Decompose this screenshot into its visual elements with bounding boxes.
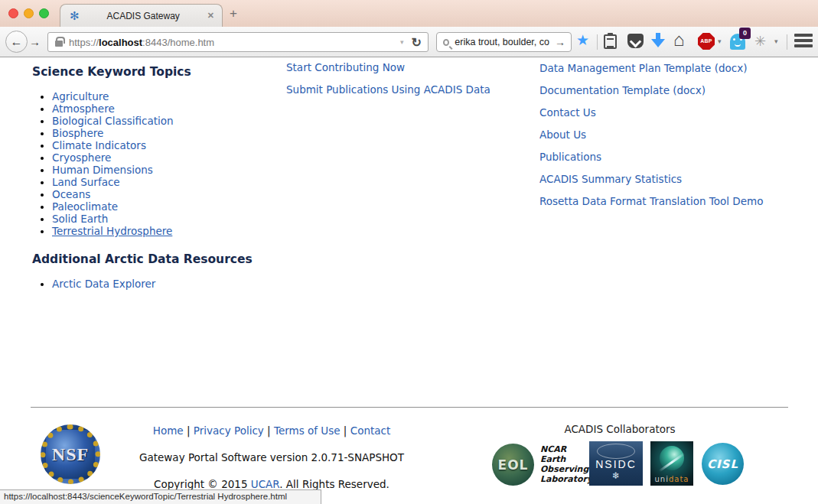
search-input[interactable]: erika trout, boulder, co →: [436, 32, 572, 52]
list-item: Oceans: [52, 188, 277, 200]
footer-nav: Home | Privacy Policy | Terms of Use | C…: [122, 425, 421, 436]
footer-pipe: |: [267, 424, 271, 437]
science-topics-heading: Science Keyword Topics: [32, 65, 277, 79]
list-item: Biosphere: [52, 127, 277, 139]
footer-link-terms-of-use[interactable]: Terms of Use: [274, 424, 341, 437]
link-oceans[interactable]: Oceans: [52, 188, 90, 200]
link-data-management-plan-template[interactable]: Data Management Plan Template (docx): [539, 62, 747, 74]
collaborators-section: ACADIS Collaborators EOL NCAR Earth Obse…: [482, 423, 758, 489]
new-tab-button[interactable]: +: [230, 6, 237, 21]
status-bar-link-preview: https://localhost:8443/scienceKeywordTop…: [0, 489, 321, 504]
close-window-button[interactable]: [8, 8, 18, 18]
bookmark-star-icon[interactable]: ★: [576, 31, 589, 49]
list-item: Atmosphere: [52, 102, 277, 115]
forward-button[interactable]: →: [29, 35, 41, 48]
toolbar-divider: [787, 34, 787, 50]
footer-link-ucar[interactable]: UCAR: [251, 478, 279, 490]
link-climate-indicators[interactable]: Climate Indicators: [52, 139, 146, 151]
search-icon: [443, 39, 449, 46]
link-start-contributing[interactable]: Start Contributing Now: [286, 61, 405, 73]
footer-link-contact[interactable]: Contact: [350, 424, 391, 437]
footer-copyright: Copyright © 2015 UCAR. All Rights Reserv…: [122, 479, 421, 489]
link-human-dimensions[interactable]: Human Dimensions: [52, 164, 153, 176]
adblock-plus-icon[interactable]: ABP: [698, 33, 715, 50]
link-land-surface[interactable]: Land Surface: [52, 176, 120, 188]
list-item: Human Dimensions: [52, 164, 277, 176]
link-submit-publications[interactable]: Submit Publications Using ACADIS Data: [286, 83, 490, 96]
toolbar-divider: [597, 34, 598, 50]
list-item: Cryosphere: [52, 151, 277, 164]
link-arctic-data-explorer[interactable]: Arctic Data Explorer: [52, 278, 155, 290]
url-text: https://localhost:8443/home.htm: [69, 37, 214, 48]
adblock-caret-icon[interactable]: ▾: [718, 37, 722, 45]
additional-resources-list: Arctic Data Explorer: [32, 278, 277, 290]
science-topics-list: Agriculture Atmosphere Biological Classi…: [32, 90, 277, 237]
footer-pipe: |: [187, 424, 191, 437]
addon-caret-icon[interactable]: ▾: [774, 37, 778, 45]
tab-acadis-gateway[interactable]: ✻ ACADIS Gateway ✕: [60, 4, 223, 27]
link-solid-earth[interactable]: Solid Earth: [52, 213, 108, 225]
url-history-dropdown-icon[interactable]: ▾: [400, 38, 404, 46]
eol-logo[interactable]: EOL: [492, 444, 534, 486]
url-host: localhost: [99, 37, 142, 48]
link-acadis-summary-statistics[interactable]: ACADIS Summary Statistics: [539, 173, 682, 185]
link-biosphere[interactable]: Biosphere: [52, 127, 103, 139]
back-button[interactable]: ←: [5, 31, 28, 53]
link-paleoclimate[interactable]: Paleoclimate: [52, 200, 118, 213]
snowflake-favicon-icon: ✻: [70, 9, 80, 23]
footer-version: Gateway Portal Software version 2.0.71-S…: [122, 452, 421, 463]
ghostery-badge: 0: [739, 28, 751, 39]
list-item: Land Surface: [52, 176, 277, 188]
navigation-toolbar: ← → https://localhost:8443/home.htm ▾ ↻ …: [0, 27, 818, 57]
search-go-button[interactable]: →: [555, 36, 565, 48]
titlebar: ✻ ACADIS Gateway ✕ +: [0, 0, 818, 27]
forward-arrow-icon: →: [29, 35, 41, 48]
nsidc-logo[interactable]: NSIDC ❄: [589, 441, 643, 486]
link-contact-us[interactable]: Contact Us: [539, 106, 596, 119]
link-publications[interactable]: Publications: [539, 151, 601, 163]
list-item: Terrestrial Hydrosphere: [52, 225, 277, 237]
reload-button[interactable]: ↻: [412, 35, 422, 50]
nsf-logo-text: NSF: [52, 444, 89, 465]
footer-pipe: |: [344, 424, 347, 437]
home-icon[interactable]: ⌂: [673, 29, 685, 50]
cisl-logo[interactable]: CISL: [702, 443, 744, 485]
additional-resources-heading: Additional Arctic Data Resources: [32, 252, 277, 266]
pocket-icon[interactable]: [627, 34, 644, 48]
link-cryosphere[interactable]: Cryosphere: [52, 151, 111, 164]
link-documentation-template[interactable]: Documentation Template (docx): [539, 84, 706, 96]
link-rosetta-demo[interactable]: Rosetta Data Format Translation Tool Dem…: [539, 195, 763, 207]
list-item: Biological Classification: [52, 115, 277, 127]
url-bar[interactable]: https://localhost:8443/home.htm ▾ ↻: [47, 32, 429, 52]
footer-link-privacy-policy[interactable]: Privacy Policy: [194, 424, 264, 437]
collaborators-title: ACADIS Collaborators: [482, 423, 758, 435]
browser-window: ✻ ACADIS Gateway ✕ + ← → https://localho…: [0, 0, 818, 504]
unidata-logo[interactable]: unidata: [650, 441, 693, 486]
downloads-icon[interactable]: [651, 33, 665, 48]
minimize-window-button[interactable]: [24, 8, 34, 18]
snowflake-icon: ❄: [589, 470, 643, 481]
nsf-logo: NSF: [41, 424, 100, 484]
science-topics-section: Science Keyword Topics Agriculture Atmos…: [32, 65, 277, 290]
menu-hamburger-icon[interactable]: [794, 34, 813, 50]
page-content: Science Keyword Topics Agriculture Atmos…: [0, 58, 818, 504]
footer-divider: [31, 407, 788, 408]
link-agriculture[interactable]: Agriculture: [52, 90, 109, 102]
footer-link-home[interactable]: Home: [153, 424, 184, 437]
nsidc-globe-icon: [597, 444, 635, 459]
collaborator-logos: EOL NCAR Earth Observing Laboratory NSID…: [482, 441, 758, 489]
link-atmosphere[interactable]: Atmosphere: [52, 102, 115, 115]
list-item: Climate Indicators: [52, 139, 277, 151]
link-biological-classification[interactable]: Biological Classification: [52, 115, 174, 127]
back-arrow-icon: ←: [11, 35, 23, 49]
tab-title: ACADIS Gateway: [80, 11, 207, 21]
zoom-window-button[interactable]: [39, 8, 49, 18]
search-value[interactable]: erika trout, boulder, co: [455, 37, 549, 47]
bookmarks-clipboard-icon[interactable]: [604, 34, 617, 49]
link-terrestrial-hydrosphere[interactable]: Terrestrial Hydrosphere: [52, 225, 172, 237]
ncar-logo-text: NCAR Earth Observing Laboratory: [540, 444, 592, 484]
list-item: Agriculture: [52, 90, 277, 102]
link-about-us[interactable]: About Us: [539, 128, 586, 141]
tab-close-icon[interactable]: ✕: [207, 11, 214, 21]
addon-icon[interactable]: ✳: [754, 33, 766, 50]
